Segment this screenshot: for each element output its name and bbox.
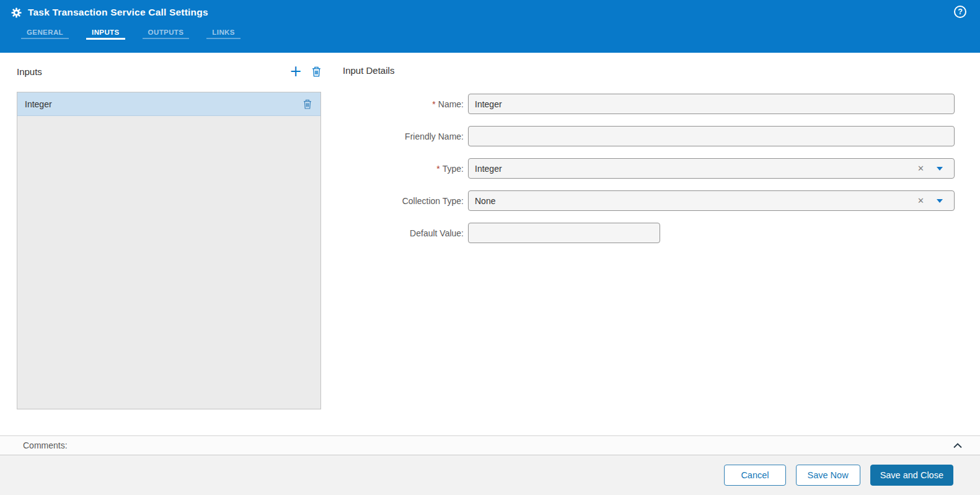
comments-label: Comments: <box>23 440 68 450</box>
name-field[interactable] <box>468 94 955 114</box>
dialog-title: Task Transaction Service Call Settings <box>28 7 208 18</box>
dialog-header: Task Transaction Service Call Settings ?… <box>0 0 980 53</box>
type-label: *Type: <box>343 164 468 174</box>
clear-icon[interactable]: ✕ <box>914 164 928 173</box>
dialog-title-row: Task Transaction Service Call Settings <box>0 0 980 25</box>
default-value-row: Default Value: <box>343 223 955 243</box>
name-label: *Name: <box>343 99 468 109</box>
friendly-name-row: Friendly Name: <box>343 126 955 146</box>
inputs-panel-title: Inputs <box>17 66 42 77</box>
friendly-name-label: Friendly Name: <box>343 132 468 141</box>
collection-type-dropdown-value: None <box>475 196 914 206</box>
chevron-down-icon[interactable] <box>937 167 943 171</box>
default-value-label: Default Value: <box>343 228 468 238</box>
tab-bar: GENERAL INPUTS OUTPUTS LINKS <box>21 27 258 45</box>
type-dropdown[interactable]: Integer ✕ <box>468 158 955 179</box>
inputs-list: Integer <box>17 92 321 409</box>
required-asterisk: * <box>436 164 439 174</box>
tab-outputs[interactable]: OUTPUTS <box>143 27 190 45</box>
chevron-down-icon[interactable] <box>937 199 943 203</box>
clear-icon[interactable]: ✕ <box>914 196 928 205</box>
input-details-title: Input Details <box>343 65 394 76</box>
add-input-button[interactable]: + <box>289 65 302 78</box>
save-and-close-button[interactable]: Save and Close <box>870 465 953 486</box>
save-now-button[interactable]: Save Now <box>796 465 860 486</box>
list-item-label: Integer <box>25 99 52 109</box>
comments-bar[interactable]: Comments: <box>0 435 980 455</box>
required-asterisk: * <box>432 99 435 109</box>
collection-type-dropdown[interactable]: None ✕ <box>468 190 955 211</box>
tab-general[interactable]: GENERAL <box>21 27 69 45</box>
input-details-form: *Name: Friendly Name: *Type: Integer ✕ C… <box>343 94 955 255</box>
name-row: *Name: <box>343 94 955 114</box>
friendly-name-field[interactable] <box>468 126 955 146</box>
list-item-integer[interactable]: Integer <box>17 92 320 116</box>
default-value-field[interactable] <box>468 223 660 243</box>
tab-inputs[interactable]: INPUTS <box>86 27 125 45</box>
tab-links[interactable]: LINKS <box>206 27 241 45</box>
cancel-button[interactable]: Cancel <box>724 465 785 486</box>
delete-inputs-button[interactable] <box>312 66 321 77</box>
chevron-up-icon[interactable] <box>953 442 963 448</box>
collection-type-label: Collection Type: <box>343 196 468 206</box>
collection-type-row: Collection Type: None ✕ <box>343 190 955 211</box>
type-row: *Type: Integer ✕ <box>343 158 955 179</box>
delete-row-icon[interactable] <box>303 99 312 109</box>
gear-icon <box>11 7 22 18</box>
help-icon[interactable]: ? <box>954 6 966 18</box>
type-dropdown-value: Integer <box>475 164 914 174</box>
inputs-panel-header: Inputs + <box>17 65 321 78</box>
footer-bar: Cancel Save Now Save and Close <box>0 455 980 495</box>
inputs-panel-actions: + <box>289 65 321 78</box>
